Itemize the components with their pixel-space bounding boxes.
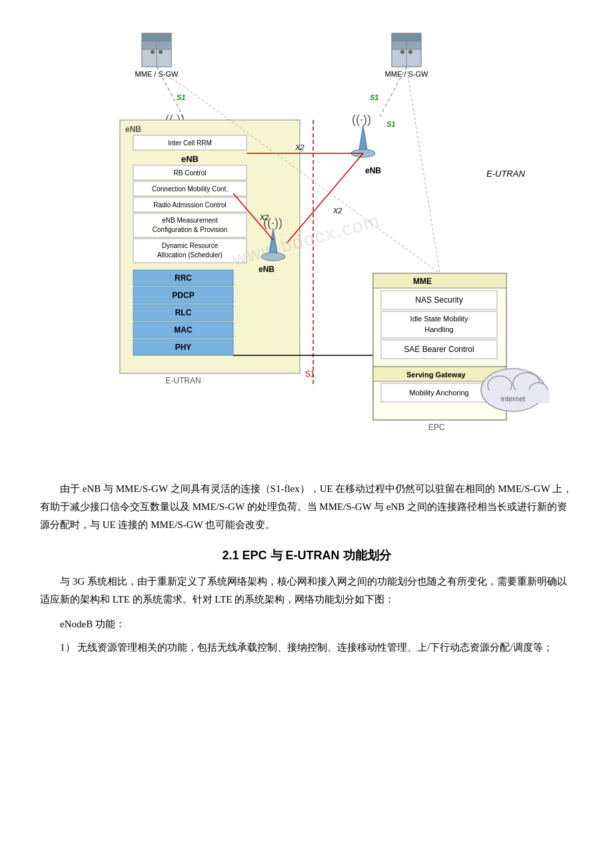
- func-conn-mobility: Connection Mobility Cont.: [152, 185, 228, 193]
- s1-label-left: S1: [177, 93, 185, 101]
- layer-phy: PHY: [175, 343, 192, 352]
- sae-bearer: SAE Bearer Control: [404, 345, 474, 354]
- paragraph2: 与 3G 系统相比，由于重新定义了系统网络架构，核心网和接入网之间的功能划分也随…: [40, 573, 573, 609]
- enb-right-label: eNB: [365, 166, 381, 175]
- svg-point-13: [408, 50, 412, 54]
- svg-point-12: [400, 50, 404, 54]
- func-enb-measurement-2: Configuration & Provision: [153, 226, 228, 233]
- paragraph1: 由于 eNB 与 MME/S-GW 之间具有灵活的连接（S1-flex），UE …: [40, 480, 573, 534]
- svg-point-5: [151, 50, 155, 54]
- func-dynamic-res-2: Allocation (Scheduler): [157, 251, 223, 259]
- layer-mac: MAC: [174, 325, 193, 335]
- x2-label-left: X2: [259, 213, 269, 221]
- svg-line-53: [406, 67, 440, 273]
- layer-rlc: RLC: [175, 308, 192, 317]
- func-radio-admission: Radio Admission Control: [153, 201, 227, 209]
- mme-sgw-label-left: MME / S-GW: [135, 70, 179, 78]
- section-title-2-1: 2.1 EPC 与 E-UTRAN 功能划分: [40, 547, 573, 563]
- x2-label-right: X2: [332, 207, 342, 215]
- mme-box-label: MME: [413, 277, 432, 286]
- idle-state-2: Handling: [424, 325, 453, 333]
- s1-label-right: S1: [370, 93, 378, 101]
- func-enb-measurement-1: eNB Measurement: [162, 217, 218, 224]
- serving-gw-label: Serving Gateway: [406, 371, 466, 379]
- epc-label: EPC: [428, 423, 445, 432]
- layer-pdcp: PDCP: [172, 291, 194, 300]
- layer-rrc: RRC: [175, 273, 192, 283]
- svg-point-33: [261, 253, 285, 261]
- mobility-anchoring: Mobility Anchoring: [409, 389, 468, 397]
- enb-inner-label: eNB: [181, 154, 199, 164]
- func-dynamic-res-1: Dynamic Resource: [162, 242, 219, 249]
- enb-center-label: eNB: [259, 265, 275, 274]
- svg-point-6: [159, 50, 163, 54]
- x2-label-top: X2: [295, 143, 304, 151]
- enodeb-item1: 1） 无线资源管理相关的功能，包括无线承载控制、接纳控制、连接移动性管理、上/下…: [40, 639, 573, 657]
- enodeb-label: eNodeB 功能：: [40, 615, 573, 633]
- diagram-section: www.bdocx.com MME / S-GW: [40, 13, 573, 467]
- s1-dashed-label: S1: [386, 120, 395, 128]
- func-rb-control: RB Control: [174, 169, 207, 177]
- idle-state-1: Idle State Mobility: [410, 315, 468, 323]
- func-inter-cell: Inter Cell RRM: [168, 139, 212, 147]
- network-diagram: www.bdocx.com MME / S-GW: [53, 13, 560, 467]
- internet-label: internet: [501, 395, 526, 403]
- eutran-right-label: E-UTRAN: [486, 169, 525, 179]
- antenna-signal-right: ((·)): [352, 113, 371, 126]
- eutran-label-bottom: E-UTRAN: [165, 376, 201, 385]
- nas-security: NAS Security: [415, 295, 462, 305]
- enb-box-label-left: eNB: [125, 125, 141, 134]
- mme-sgw-label-right: MME / S-GW: [385, 70, 428, 78]
- svg-rect-40: [373, 273, 506, 288]
